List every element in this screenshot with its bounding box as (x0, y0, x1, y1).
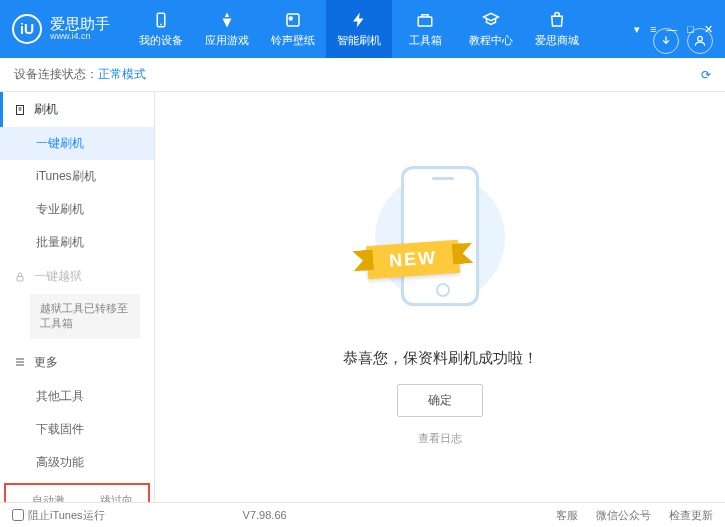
app-url: www.i4.cn (50, 32, 110, 42)
svg-point-3 (289, 17, 292, 20)
footer: 阻止iTunes运行 V7.98.66 客服 微信公众号 检查更新 (0, 502, 725, 527)
sidebar-flash-header[interactable]: 刷机 (0, 92, 154, 127)
app-title: 爱思助手 (50, 16, 110, 33)
ok-button[interactable]: 确定 (397, 384, 483, 417)
sidebar-item-other-tools[interactable]: 其他工具 (0, 380, 154, 413)
sidebar-item-oneclick[interactable]: 一键刷机 (0, 127, 154, 160)
sidebar-item-pro[interactable]: 专业刷机 (0, 193, 154, 226)
store-icon (547, 10, 567, 30)
media-icon (283, 10, 303, 30)
sidebar-item-batch[interactable]: 批量刷机 (0, 226, 154, 259)
sidebar-jailbreak: 一键越狱 (0, 259, 154, 294)
download-button[interactable] (653, 28, 679, 54)
apps-icon (217, 10, 237, 30)
main-content: NEW 恭喜您，保资料刷机成功啦！ 确定 查看日志 (155, 92, 725, 502)
main-nav: 我的设备 应用游戏 铃声壁纸 智能刷机 工具箱 教程中心 爱思商城 (128, 0, 590, 58)
ribbon-new: NEW (366, 240, 460, 279)
sidebar: 刷机 一键刷机 iTunes刷机 专业刷机 批量刷机 一键越狱 越狱工具已转移至… (0, 92, 155, 502)
lock-icon (14, 271, 26, 283)
sidebar-item-itunes[interactable]: iTunes刷机 (0, 160, 154, 193)
footer-support[interactable]: 客服 (556, 508, 578, 523)
nav-my-device[interactable]: 我的设备 (128, 0, 194, 58)
footer-wechat[interactable]: 微信公众号 (596, 508, 651, 523)
nav-apps[interactable]: 应用游戏 (194, 0, 260, 58)
success-illustration: NEW (355, 148, 525, 333)
sidebar-label: 更多 (34, 354, 58, 371)
success-message: 恭喜您，保资料刷机成功啦！ (343, 349, 538, 368)
version-label: V7.98.66 (243, 509, 287, 521)
logo: iU 爱思助手 www.i4.cn (12, 14, 110, 44)
status-mode: 正常模式 (98, 66, 146, 83)
svg-rect-9 (17, 276, 23, 281)
nav-flash[interactable]: 智能刷机 (326, 0, 392, 58)
nav-toolbox[interactable]: 工具箱 (392, 0, 458, 58)
nav-label: 我的设备 (139, 33, 183, 48)
nav-label: 铃声壁纸 (271, 33, 315, 48)
flash-icon (349, 10, 369, 30)
status-bar: 设备连接状态： 正常模式 ⟳ (0, 58, 725, 92)
device-icon (151, 10, 171, 30)
sidebar-label: 一键越狱 (34, 268, 82, 285)
svg-point-5 (698, 36, 703, 41)
nav-label: 工具箱 (409, 33, 442, 48)
block-itunes-checkbox[interactable]: 阻止iTunes运行 (12, 508, 105, 523)
refresh-icon[interactable]: ⟳ (701, 68, 711, 82)
checkbox-label: 阻止iTunes运行 (28, 508, 105, 523)
document-icon (14, 104, 26, 116)
menu-icon[interactable]: ▾ (634, 23, 640, 36)
nav-media[interactable]: 铃声壁纸 (260, 0, 326, 58)
toolbox-icon (415, 10, 435, 30)
app-header: iU 爱思助手 www.i4.cn 我的设备 应用游戏 铃声壁纸 智能刷机 工具… (0, 0, 725, 58)
nav-label: 智能刷机 (337, 33, 381, 48)
checkbox-label: 自动激活 (32, 493, 70, 502)
options-row: 自动激活 跳过向导 (4, 483, 150, 502)
checkbox-label: 跳过向导 (100, 493, 138, 502)
logo-icon: iU (12, 14, 42, 44)
user-button[interactable] (687, 28, 713, 54)
status-label: 设备连接状态： (14, 66, 98, 83)
svg-rect-2 (287, 14, 299, 26)
list-icon (14, 356, 26, 368)
sidebar-item-download-fw[interactable]: 下载固件 (0, 413, 154, 446)
nav-label: 教程中心 (469, 33, 513, 48)
sidebar-more-header[interactable]: 更多 (0, 345, 154, 380)
view-log-link[interactable]: 查看日志 (418, 431, 462, 446)
footer-update[interactable]: 检查更新 (669, 508, 713, 523)
skip-guide-checkbox[interactable]: 跳过向导 (84, 493, 138, 502)
jailbreak-note: 越狱工具已转移至工具箱 (30, 294, 140, 339)
auto-activate-checkbox[interactable]: 自动激活 (16, 493, 70, 502)
nav-label: 爱思商城 (535, 33, 579, 48)
svg-rect-4 (418, 17, 432, 26)
nav-store[interactable]: 爱思商城 (524, 0, 590, 58)
tutorial-icon (481, 10, 501, 30)
sidebar-label: 刷机 (34, 101, 58, 118)
nav-tutorial[interactable]: 教程中心 (458, 0, 524, 58)
nav-label: 应用游戏 (205, 33, 249, 48)
sidebar-item-advanced[interactable]: 高级功能 (0, 446, 154, 479)
